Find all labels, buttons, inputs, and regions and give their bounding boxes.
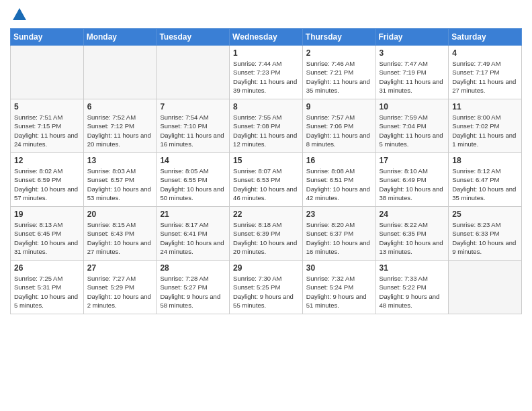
day-info: Sunrise: 7:57 AMSunset: 7:06 PMDaylight:… xyxy=(306,113,372,148)
day-number: 6 xyxy=(87,102,153,111)
calendar-cell: 20Sunrise: 8:15 AMSunset: 6:43 PMDayligh… xyxy=(83,207,157,261)
day-info: Sunrise: 7:51 AMSunset: 7:15 PMDaylight:… xyxy=(14,113,80,148)
calendar-week-1: 1Sunrise: 7:44 AMSunset: 7:23 PMDaylight… xyxy=(11,46,522,99)
calendar-header-row: SundayMondayTuesdayWednesdayThursdayFrid… xyxy=(11,29,522,46)
calendar-cell: 7Sunrise: 7:54 AMSunset: 7:10 PMDaylight… xyxy=(157,99,230,153)
calendar-cell: 4Sunrise: 7:49 AMSunset: 7:17 PMDaylight… xyxy=(449,46,522,99)
calendar-cell: 21Sunrise: 8:17 AMSunset: 6:41 PMDayligh… xyxy=(157,207,230,261)
day-number: 11 xyxy=(452,102,518,111)
calendar-week-5: 26Sunrise: 7:25 AMSunset: 5:31 PMDayligh… xyxy=(11,261,522,314)
day-info: Sunrise: 7:54 AMSunset: 7:10 PMDaylight:… xyxy=(160,113,226,148)
day-info: Sunrise: 8:07 AMSunset: 6:53 PMDaylight:… xyxy=(233,167,299,202)
day-info: Sunrise: 7:52 AMSunset: 7:12 PMDaylight:… xyxy=(87,113,153,148)
calendar-cell: 12Sunrise: 8:02 AMSunset: 6:59 PMDayligh… xyxy=(11,153,84,207)
calendar-cell: 17Sunrise: 8:10 AMSunset: 6:49 PMDayligh… xyxy=(375,153,449,207)
day-number: 12 xyxy=(14,156,80,165)
day-number: 14 xyxy=(160,156,226,165)
day-info: Sunrise: 7:59 AMSunset: 7:04 PMDaylight:… xyxy=(380,113,445,148)
calendar-week-4: 19Sunrise: 8:13 AMSunset: 6:45 PMDayligh… xyxy=(11,207,522,261)
calendar-cell: 25Sunrise: 8:23 AMSunset: 6:33 PMDayligh… xyxy=(449,207,522,261)
page-header xyxy=(10,7,522,23)
day-header-saturday: Saturday xyxy=(449,29,522,46)
day-number: 21 xyxy=(160,210,226,219)
day-info: Sunrise: 8:18 AMSunset: 6:39 PMDaylight:… xyxy=(233,220,299,256)
day-header-thursday: Thursday xyxy=(302,29,375,46)
day-header-friday: Friday xyxy=(375,29,449,46)
calendar-cell: 3Sunrise: 7:47 AMSunset: 7:19 PMDaylight… xyxy=(375,46,449,99)
calendar-cell: 8Sunrise: 7:55 AMSunset: 7:08 PMDaylight… xyxy=(230,99,303,153)
calendar-cell: 31Sunrise: 7:33 AMSunset: 5:22 PMDayligh… xyxy=(375,261,449,314)
day-number: 19 xyxy=(14,210,80,219)
calendar-cell xyxy=(83,46,157,99)
day-info: Sunrise: 7:49 AMSunset: 7:17 PMDaylight:… xyxy=(452,59,518,95)
day-number: 18 xyxy=(452,156,518,165)
day-info: Sunrise: 8:23 AMSunset: 6:33 PMDaylight:… xyxy=(452,220,518,256)
calendar-cell: 6Sunrise: 7:52 AMSunset: 7:12 PMDaylight… xyxy=(83,99,157,153)
calendar-cell: 5Sunrise: 7:51 AMSunset: 7:15 PMDaylight… xyxy=(11,99,84,153)
day-number: 27 xyxy=(87,263,153,273)
calendar-cell: 10Sunrise: 7:59 AMSunset: 7:04 PMDayligh… xyxy=(375,99,449,153)
day-number: 15 xyxy=(233,156,299,165)
day-number: 16 xyxy=(306,156,372,165)
calendar-cell: 2Sunrise: 7:46 AMSunset: 7:21 PMDaylight… xyxy=(302,46,375,99)
calendar-cell: 23Sunrise: 8:20 AMSunset: 6:37 PMDayligh… xyxy=(302,207,375,261)
day-number: 5 xyxy=(14,102,80,111)
calendar-cell: 15Sunrise: 8:07 AMSunset: 6:53 PMDayligh… xyxy=(230,153,303,207)
logo-icon xyxy=(11,7,28,23)
day-info: Sunrise: 8:20 AMSunset: 6:37 PMDaylight:… xyxy=(306,220,372,256)
calendar-cell: 18Sunrise: 8:12 AMSunset: 6:47 PMDayligh… xyxy=(449,153,522,207)
day-number: 13 xyxy=(87,156,153,165)
day-info: Sunrise: 7:30 AMSunset: 5:25 PMDaylight:… xyxy=(233,274,299,310)
day-number: 29 xyxy=(233,263,299,273)
day-number: 22 xyxy=(233,210,299,219)
day-header-sunday: Sunday xyxy=(11,29,84,46)
calendar-cell: 27Sunrise: 7:27 AMSunset: 5:29 PMDayligh… xyxy=(83,261,157,314)
svg-marker-0 xyxy=(13,8,26,20)
day-header-monday: Monday xyxy=(83,29,157,46)
logo xyxy=(10,7,28,23)
day-number: 3 xyxy=(380,48,445,58)
day-info: Sunrise: 7:47 AMSunset: 7:19 PMDaylight:… xyxy=(380,59,445,95)
day-info: Sunrise: 8:17 AMSunset: 6:41 PMDaylight:… xyxy=(160,220,226,256)
calendar-cell: 11Sunrise: 8:00 AMSunset: 7:02 PMDayligh… xyxy=(449,99,522,153)
day-info: Sunrise: 8:13 AMSunset: 6:45 PMDaylight:… xyxy=(14,220,80,256)
calendar-cell: 1Sunrise: 7:44 AMSunset: 7:23 PMDaylight… xyxy=(230,46,303,99)
calendar-cell xyxy=(157,46,230,99)
day-number: 9 xyxy=(306,102,372,111)
page-container: SundayMondayTuesdayWednesdayThursdayFrid… xyxy=(0,0,532,321)
day-info: Sunrise: 8:05 AMSunset: 6:55 PMDaylight:… xyxy=(160,167,226,202)
day-number: 1 xyxy=(233,48,299,58)
day-info: Sunrise: 8:15 AMSunset: 6:43 PMDaylight:… xyxy=(87,220,153,256)
day-number: 17 xyxy=(380,156,445,165)
calendar-cell xyxy=(11,46,84,99)
day-number: 24 xyxy=(380,210,445,219)
day-info: Sunrise: 8:22 AMSunset: 6:35 PMDaylight:… xyxy=(380,220,445,256)
calendar-cell: 26Sunrise: 7:25 AMSunset: 5:31 PMDayligh… xyxy=(11,261,84,314)
calendar-cell: 30Sunrise: 7:32 AMSunset: 5:24 PMDayligh… xyxy=(302,261,375,314)
day-info: Sunrise: 7:44 AMSunset: 7:23 PMDaylight:… xyxy=(233,59,299,95)
calendar-cell: 29Sunrise: 7:30 AMSunset: 5:25 PMDayligh… xyxy=(230,261,303,314)
day-number: 8 xyxy=(233,102,299,111)
calendar-cell: 22Sunrise: 8:18 AMSunset: 6:39 PMDayligh… xyxy=(230,207,303,261)
day-info: Sunrise: 8:10 AMSunset: 6:49 PMDaylight:… xyxy=(380,167,445,202)
day-number: 7 xyxy=(160,102,226,111)
day-number: 4 xyxy=(452,48,518,58)
day-info: Sunrise: 8:02 AMSunset: 6:59 PMDaylight:… xyxy=(14,167,80,202)
calendar-week-3: 12Sunrise: 8:02 AMSunset: 6:59 PMDayligh… xyxy=(11,153,522,207)
calendar-cell: 9Sunrise: 7:57 AMSunset: 7:06 PMDaylight… xyxy=(302,99,375,153)
calendar-cell xyxy=(449,261,522,314)
day-number: 20 xyxy=(87,210,153,219)
day-info: Sunrise: 8:03 AMSunset: 6:57 PMDaylight:… xyxy=(87,167,153,202)
day-number: 31 xyxy=(380,263,445,273)
day-info: Sunrise: 8:08 AMSunset: 6:51 PMDaylight:… xyxy=(306,167,372,202)
day-number: 25 xyxy=(452,210,518,219)
day-info: Sunrise: 7:55 AMSunset: 7:08 PMDaylight:… xyxy=(233,113,299,148)
day-info: Sunrise: 8:00 AMSunset: 7:02 PMDaylight:… xyxy=(452,113,518,148)
calendar-table: SundayMondayTuesdayWednesdayThursdayFrid… xyxy=(10,28,522,314)
day-info: Sunrise: 7:32 AMSunset: 5:24 PMDaylight:… xyxy=(306,274,372,310)
calendar-cell: 19Sunrise: 8:13 AMSunset: 6:45 PMDayligh… xyxy=(11,207,84,261)
calendar-cell: 14Sunrise: 8:05 AMSunset: 6:55 PMDayligh… xyxy=(157,153,230,207)
calendar-week-2: 5Sunrise: 7:51 AMSunset: 7:15 PMDaylight… xyxy=(11,99,522,153)
calendar-cell: 13Sunrise: 8:03 AMSunset: 6:57 PMDayligh… xyxy=(83,153,157,207)
day-info: Sunrise: 7:25 AMSunset: 5:31 PMDaylight:… xyxy=(14,274,80,310)
